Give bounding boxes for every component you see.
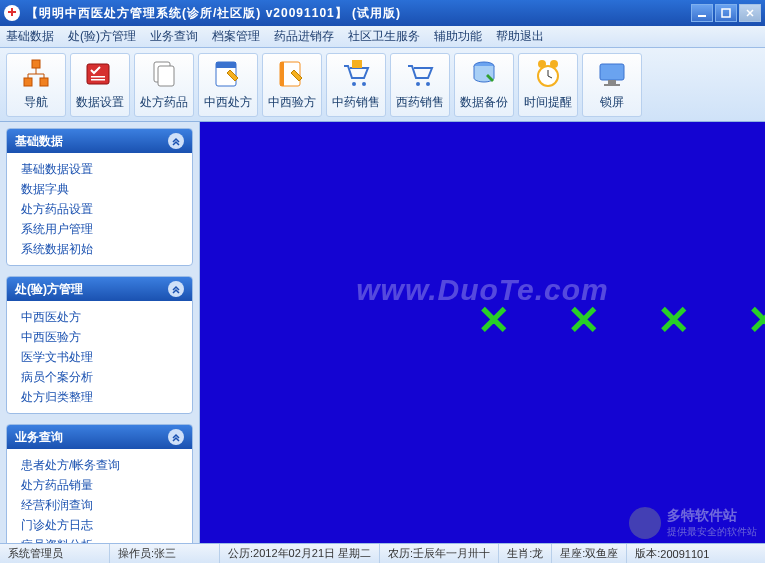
- svg-rect-11: [216, 62, 236, 68]
- panel-header[interactable]: 业务查询: [7, 425, 192, 449]
- toolbar-label: 中西处方: [204, 94, 252, 111]
- toolbar-drugs-button[interactable]: 处方药品: [134, 53, 194, 117]
- sidebar-link[interactable]: 中西医处方: [21, 307, 178, 327]
- status-solar: 公历: 2012年02月21日 星期二: [220, 544, 380, 563]
- panel-title: 基础数据: [15, 133, 63, 150]
- duote-logo: 多特软件站 提供最安全的软件站: [629, 507, 757, 539]
- menu-item[interactable]: 药品进销存: [274, 28, 334, 45]
- status-zodiac: 生肖: 龙: [499, 544, 552, 563]
- svg-rect-23: [600, 64, 624, 80]
- sidebar-panel-rx: 处(验)方管理 中西医处方 中西医验方 医学文书处理 病员个案分析 处方归类整理: [6, 276, 193, 414]
- cart-icon: [404, 58, 436, 90]
- svg-point-14: [352, 82, 356, 86]
- toolbar-label: 时间提醒: [524, 94, 572, 111]
- window-buttons: [691, 4, 761, 22]
- sidebar-link[interactable]: 系统用户管理: [21, 219, 178, 239]
- sidebar: 基础数据 基础数据设置 数据字典 处方药品设置 系统用户管理 系统数据初始 处(…: [0, 122, 200, 543]
- collapse-icon[interactable]: [168, 429, 184, 445]
- maximize-button[interactable]: [715, 4, 737, 22]
- svg-point-21: [538, 60, 546, 68]
- toolbar-label: 数据设置: [76, 94, 124, 111]
- toolbar-label: 西药销售: [396, 94, 444, 111]
- toolbar-rx1-button[interactable]: 中西处方: [198, 53, 258, 117]
- menu-item[interactable]: 辅助功能: [434, 28, 482, 45]
- toolbar-label: 处方药品: [140, 94, 188, 111]
- sidebar-link[interactable]: 门诊处方日志: [21, 515, 178, 535]
- window-title: 【明明中西医处方管理系统(诊所/社区版) v20091101】 (试用版): [26, 5, 691, 22]
- panel-header[interactable]: 处(验)方管理: [7, 277, 192, 301]
- sidebar-link[interactable]: 中西医验方: [21, 327, 178, 347]
- main-area: 基础数据 基础数据设置 数据字典 处方药品设置 系统用户管理 系统数据初始 处(…: [0, 122, 765, 543]
- toolbar: 导航 数据设置 处方药品 中西处方 中西验方 中药销售 西药销售 数据备份 时间…: [0, 48, 765, 122]
- panel-title: 处(验)方管理: [15, 281, 83, 298]
- svg-rect-1: [722, 9, 730, 17]
- brand-sub: 提供最安全的软件站: [667, 525, 757, 539]
- app-icon: [4, 5, 20, 21]
- collapse-icon[interactable]: [168, 133, 184, 149]
- toolbar-nav-button[interactable]: 导航: [6, 53, 66, 117]
- toolbar-label: 锁屏: [600, 94, 624, 111]
- status-role: 系统管理员: [0, 544, 110, 563]
- toolbar-clock-button[interactable]: 时间提醒: [518, 53, 578, 117]
- status-version: 版本: 20091101: [627, 544, 717, 563]
- svg-rect-9: [158, 66, 174, 86]
- x-icon: ✕: [477, 297, 511, 343]
- nav-icon: [20, 58, 52, 90]
- svg-point-18: [426, 82, 430, 86]
- sidebar-link[interactable]: 数据字典: [21, 179, 178, 199]
- collapse-icon[interactable]: [168, 281, 184, 297]
- svg-rect-4: [40, 78, 48, 86]
- sidebar-link[interactable]: 经营利润查询: [21, 495, 178, 515]
- toolbar-rx2-button[interactable]: 中西验方: [262, 53, 322, 117]
- monitor-icon: [596, 58, 628, 90]
- sidebar-panel-query: 业务查询 患者处方/帐务查询 处方药品销量 经营利润查询 门诊处方日志 病员资料…: [6, 424, 193, 543]
- menu-item[interactable]: 处(验)方管理: [68, 28, 136, 45]
- svg-rect-7: [91, 79, 105, 81]
- sidebar-link[interactable]: 处方药品销量: [21, 475, 178, 495]
- x-icon: ✕: [747, 297, 765, 343]
- menu-item[interactable]: 基础数据: [6, 28, 54, 45]
- minimize-button[interactable]: [691, 4, 713, 22]
- menu-item[interactable]: 社区卫生服务: [348, 28, 420, 45]
- status-constellation: 星座: 双鱼座: [552, 544, 627, 563]
- x-icon: ✕: [567, 297, 601, 343]
- svg-rect-25: [604, 84, 620, 86]
- sidebar-link[interactable]: 病员个案分析: [21, 367, 178, 387]
- toolbar-backup-button[interactable]: 数据备份: [454, 53, 514, 117]
- sidebar-link[interactable]: 系统数据初始: [21, 239, 178, 259]
- x-icon: ✕: [657, 297, 691, 343]
- content-area: www.DuoTe.com ✕ ✕ ✕ ✕ 多特软件站 提供最安全的软件站: [200, 122, 765, 543]
- drugs-icon: [148, 58, 180, 90]
- menu-item[interactable]: 档案管理: [212, 28, 260, 45]
- rx2-icon: [276, 58, 308, 90]
- close-button[interactable]: [739, 4, 761, 22]
- brand-name: 多特软件站: [667, 507, 757, 525]
- sidebar-link[interactable]: 患者处方/帐务查询: [21, 455, 178, 475]
- svg-rect-5: [87, 64, 109, 84]
- svg-rect-6: [91, 76, 105, 78]
- mascot-icon: [629, 507, 661, 539]
- panel-header[interactable]: 基础数据: [7, 129, 192, 153]
- svg-rect-2: [32, 60, 40, 68]
- sidebar-link[interactable]: 医学文书处理: [21, 347, 178, 367]
- toolbar-label: 数据备份: [460, 94, 508, 111]
- toolbar-label: 中西验方: [268, 94, 316, 111]
- clock-icon: [532, 58, 564, 90]
- menu-item[interactable]: 帮助退出: [496, 28, 544, 45]
- svg-point-22: [550, 60, 558, 68]
- toolbar-sale1-button[interactable]: 中药销售: [326, 53, 386, 117]
- svg-rect-13: [280, 62, 284, 86]
- panel-title: 业务查询: [15, 429, 63, 446]
- svg-rect-0: [698, 15, 706, 17]
- toolbar-datasettings-button[interactable]: 数据设置: [70, 53, 130, 117]
- sidebar-link[interactable]: 处方归类整理: [21, 387, 178, 407]
- status-lunar: 农历: 壬辰年一月卅十: [380, 544, 499, 563]
- toolbar-sale2-button[interactable]: 西药销售: [390, 53, 450, 117]
- menu-item[interactable]: 业务查询: [150, 28, 198, 45]
- sidebar-link[interactable]: 基础数据设置: [21, 159, 178, 179]
- sidebar-link[interactable]: 处方药品设置: [21, 199, 178, 219]
- svg-rect-3: [24, 78, 32, 86]
- toolbar-lock-button[interactable]: 锁屏: [582, 53, 642, 117]
- status-bar: 系统管理员 操作员: 张三 公历: 2012年02月21日 星期二 农历: 壬辰…: [0, 543, 765, 563]
- sidebar-link[interactable]: 病员资料分析: [21, 535, 178, 543]
